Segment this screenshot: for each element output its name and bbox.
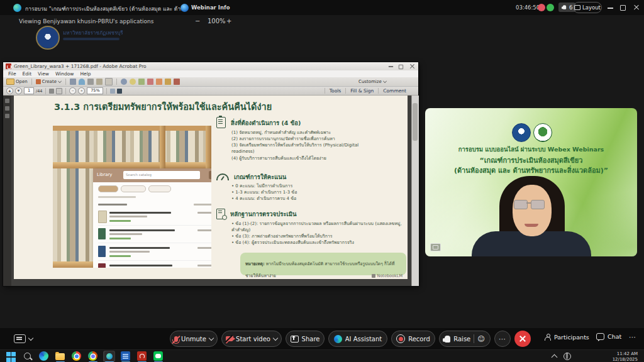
stamp-icon[interactable] bbox=[138, 79, 145, 85]
next-page-icon[interactable]: ▼ bbox=[15, 87, 22, 94]
zoom-in-icon[interactable]: + bbox=[78, 87, 85, 94]
section-item: • 0 คะแนน: ไม่มีการดำเนินการ bbox=[231, 183, 405, 189]
start-video-button[interactable]: Start video bbox=[221, 331, 282, 347]
attach-red-icon[interactable] bbox=[147, 79, 153, 85]
zoom-in-button[interactable]: + bbox=[226, 18, 231, 25]
open-folder-icon bbox=[6, 79, 14, 85]
tab-tools[interactable]: Tools bbox=[325, 88, 345, 94]
chevron-down-icon bbox=[273, 335, 278, 340]
create-button[interactable]: Create bbox=[36, 79, 62, 84]
leave-meeting-button[interactable] bbox=[514, 331, 531, 347]
participants-button[interactable]: Participants bbox=[545, 333, 589, 341]
email-icon[interactable] bbox=[105, 78, 113, 85]
open-button[interactable]: Open bbox=[6, 79, 28, 85]
more-options-button[interactable]: ⋯ bbox=[494, 331, 511, 347]
maximize-button[interactable] bbox=[620, 5, 626, 11]
page-number-input[interactable]: 1 bbox=[24, 87, 34, 94]
chrome-icon[interactable] bbox=[72, 351, 82, 361]
export-orange-icon[interactable] bbox=[156, 79, 162, 85]
fit-width-icon[interactable] bbox=[110, 89, 115, 94]
zoom-select[interactable]: 75% bbox=[87, 87, 103, 94]
comment-bubble-icon[interactable] bbox=[130, 79, 136, 85]
catalog-filter-chip bbox=[98, 185, 118, 192]
tray-expand-icon[interactable] bbox=[552, 354, 558, 361]
ai-assistant-button[interactable]: AI Assistant bbox=[328, 331, 387, 347]
mic-muted-icon bbox=[174, 336, 178, 342]
meeting-control-bar: Unmute Start video Share AI Assistant Re… bbox=[0, 328, 644, 349]
zoom-out-icon[interactable]: − bbox=[69, 87, 76, 94]
web-icon[interactable] bbox=[121, 79, 127, 85]
participants-icon bbox=[545, 337, 551, 341]
tab-fill-sign[interactable]: Fill & Sign bbox=[345, 88, 378, 94]
acrobat-taskbar-icon[interactable] bbox=[137, 351, 147, 361]
bookmarks-icon[interactable] bbox=[5, 106, 9, 111]
page-thumbnails-icon[interactable] bbox=[5, 99, 9, 103]
notebooklm-icon bbox=[372, 274, 375, 278]
section-heading: เกณฑ์การให้คะแนน bbox=[234, 172, 286, 182]
menu-window[interactable]: Window bbox=[55, 71, 74, 77]
tab-comment[interactable]: Comment bbox=[378, 88, 411, 94]
start-button[interactable] bbox=[6, 351, 16, 362]
chrome-profile-icon[interactable] bbox=[88, 351, 98, 361]
presenter-video-tile[interactable]: การอบรม แบบออนไลน์ ผ่านระบบ Webex Webina… bbox=[425, 108, 637, 256]
presenter-face bbox=[513, 185, 552, 236]
attachments-icon[interactable] bbox=[5, 114, 9, 118]
menu-file[interactable]: File bbox=[8, 71, 16, 77]
file-explorer-icon[interactable] bbox=[55, 351, 65, 361]
glasses-icon bbox=[531, 200, 545, 209]
acrobat-nav-sidebar[interactable] bbox=[3, 96, 11, 286]
customize-dropdown-icon bbox=[383, 79, 387, 83]
edit-pen-icon[interactable] bbox=[96, 79, 103, 85]
acrobat-maximize-button[interactable] bbox=[399, 65, 403, 69]
fullscreen-icon[interactable] bbox=[117, 89, 122, 94]
glasses-icon bbox=[514, 200, 528, 209]
acrobat-window-title: Green_Library_wara3 + 171268.pdf - Adobe… bbox=[14, 63, 147, 69]
save-icon[interactable] bbox=[70, 79, 76, 85]
captions-button[interactable] bbox=[14, 334, 33, 343]
menu-edit[interactable]: Edit bbox=[23, 71, 32, 77]
menu-view[interactable]: View bbox=[38, 71, 49, 77]
taskbar-search-icon[interactable] bbox=[23, 351, 33, 361]
acrobat-close-button[interactable] bbox=[409, 63, 415, 69]
acrobat-scrollbar[interactable] bbox=[411, 96, 419, 286]
print-icon[interactable] bbox=[87, 79, 94, 85]
closed-captions-icon bbox=[14, 334, 26, 343]
scrollbar-thumb[interactable] bbox=[413, 103, 418, 141]
reactions-smiley-icon[interactable]: ☺ bbox=[477, 336, 484, 343]
word-icon[interactable] bbox=[121, 351, 131, 361]
taskbar-clock[interactable]: 11:42 AM 12/18/2025 bbox=[613, 351, 638, 362]
layout-button[interactable]: Layout bbox=[573, 2, 602, 13]
convert-icon[interactable] bbox=[165, 79, 171, 85]
chat-button[interactable]: Chat bbox=[596, 333, 621, 340]
acrobat-titlebar[interactable]: Green_Library_wara3 + 171268.pdf - Adobe… bbox=[3, 62, 418, 70]
slide-section-evidence: หลักฐานการตรวจประเมิน • ข้อ (1)-(2): ราย… bbox=[216, 209, 408, 246]
acrobat-minimize-button[interactable] bbox=[389, 66, 393, 67]
edge-icon[interactable] bbox=[39, 351, 49, 361]
section-item: • ข้อ (3): ภาพถ่ายตัวอย่างทรัพยากรที่พร้… bbox=[231, 233, 408, 239]
raise-hand-button[interactable]: Raise ☺ bbox=[439, 331, 491, 347]
network-icon[interactable] bbox=[564, 353, 571, 360]
hand-tool-icon[interactable] bbox=[56, 88, 62, 94]
share-button[interactable]: Share bbox=[286, 331, 325, 347]
prev-page-icon[interactable]: ▲ bbox=[6, 87, 13, 94]
catalog-filter-chip bbox=[148, 185, 171, 192]
camera-off-icon bbox=[226, 336, 233, 341]
close-button[interactable] bbox=[633, 4, 640, 11]
camera-source-icon[interactable] bbox=[430, 243, 441, 251]
webinar-info-label[interactable]: Webinar Info bbox=[191, 4, 230, 11]
customize-button[interactable]: Customize bbox=[358, 79, 387, 84]
sign-icon[interactable] bbox=[174, 79, 180, 85]
more-panels-button[interactable]: ⋯ bbox=[629, 333, 636, 341]
menu-help[interactable]: Help bbox=[80, 71, 91, 77]
scroll-tool-icon[interactable] bbox=[49, 89, 54, 94]
section-item: (1) จัดหมวดหมู่, กำหนดคำสำคัญ และคำศัพท์… bbox=[231, 129, 405, 136]
cloud-icon[interactable] bbox=[79, 79, 85, 85]
minimize-button[interactable] bbox=[608, 8, 613, 9]
record-button[interactable]: Record bbox=[391, 331, 435, 347]
webinar-info-icon[interactable] bbox=[180, 4, 189, 12]
section-item: (2) ลงรายการบรรณานุกรม/จัดทำรายชื่อเพื่อ… bbox=[231, 136, 405, 142]
unmute-button[interactable]: Unmute bbox=[170, 331, 218, 347]
webex-taskbar-icon[interactable] bbox=[104, 351, 114, 361]
zoom-out-button[interactable]: − bbox=[195, 18, 200, 25]
line-app-icon[interactable] bbox=[153, 351, 164, 361]
